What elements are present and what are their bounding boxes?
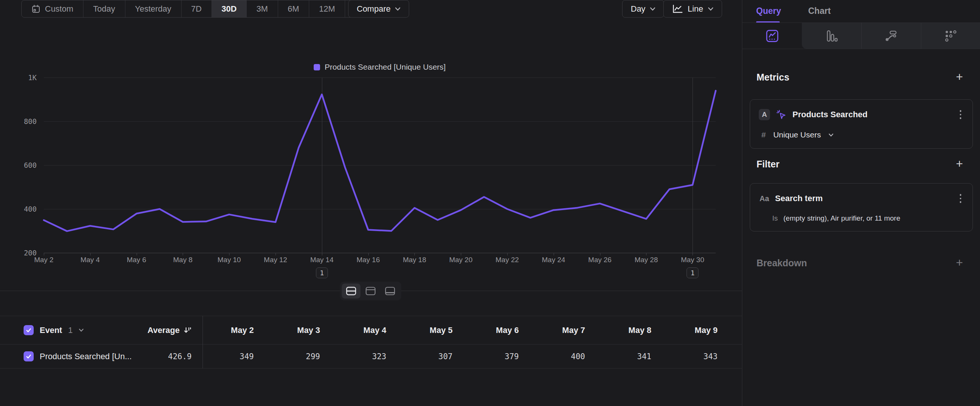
x-axis-tick: [275, 253, 276, 255]
chevron-down-icon: [395, 7, 401, 11]
x-axis-label: May 28: [624, 256, 668, 264]
filter-operator[interactable]: Is: [772, 214, 778, 223]
filter-card[interactable]: Aa Search term Is (empty string), Air pu…: [750, 183, 973, 231]
check-icon: [25, 353, 32, 360]
check-icon: [25, 327, 32, 333]
compare-button[interactable]: Compare: [348, 0, 409, 18]
granularity-button[interactable]: Day: [622, 0, 664, 18]
x-axis-tick: [44, 253, 44, 255]
range-today[interactable]: Today: [83, 0, 125, 17]
chart-style-button[interactable]: Line: [663, 0, 722, 18]
sort-descending-icon[interactable]: [183, 326, 192, 334]
aggregation-symbol: #: [761, 131, 766, 139]
top-panel-icon: [365, 287, 376, 296]
range-7d[interactable]: 7D: [181, 0, 212, 17]
range-yesterday[interactable]: Yesterday: [125, 0, 181, 17]
layout-top-button[interactable]: [361, 283, 380, 299]
chevron-down-icon: [79, 328, 84, 332]
bar-chart-icon: [826, 30, 838, 42]
table-cell-value: 379: [468, 352, 534, 361]
table-cell-value: 323: [335, 352, 401, 361]
row-series-name: Products Searched [Un...: [40, 352, 132, 361]
table-cell-value: 341: [600, 352, 666, 361]
table-date-header: May 9: [666, 325, 733, 335]
range-12m[interactable]: 12M: [309, 0, 345, 17]
filter-heading: Filter: [757, 159, 780, 170]
flows-icon: [885, 30, 897, 42]
x-axis-tick: [322, 253, 322, 255]
add-metric-button[interactable]: +: [954, 71, 965, 83]
x-axis-label: May 30: [670, 256, 715, 264]
chart-type-insights-tab[interactable]: [742, 23, 802, 49]
x-axis-tick: [600, 253, 600, 255]
event-count: 1: [68, 325, 73, 335]
filter-property-name: Search term: [775, 194, 823, 203]
x-axis-label: May 26: [578, 256, 622, 264]
x-axis-label: May 4: [68, 256, 113, 264]
x-axis-label: May 22: [485, 256, 530, 264]
filter-value[interactable]: (empty string), Air purifier, or 11 more: [783, 214, 900, 223]
string-type-icon: Aa: [759, 194, 769, 203]
annotation-chip[interactable]: 1: [316, 267, 328, 278]
x-axis-label: May 2: [21, 256, 66, 264]
compare-label: Compare: [357, 4, 390, 14]
table-date-header: May 7: [534, 325, 600, 335]
chart-type-flows-tab[interactable]: [861, 23, 921, 49]
x-axis-tick: [507, 253, 508, 255]
metric-card[interactable]: A Products Searched # Unique Users: [750, 99, 973, 149]
x-axis-label: May 12: [253, 256, 298, 264]
insights-icon: [766, 30, 779, 42]
calendar-icon: [32, 5, 40, 13]
table-date-header: May 5: [401, 325, 468, 335]
x-axis-tick: [554, 253, 554, 255]
range-30d[interactable]: 30D: [212, 0, 246, 17]
x-axis-label: May 10: [207, 256, 251, 264]
breakdown-heading: Breakdown: [757, 258, 807, 269]
series-letter-badge: A: [759, 109, 770, 120]
x-axis-tick: [692, 253, 693, 255]
chart-type-bar-tab[interactable]: [802, 23, 861, 49]
range-custom[interactable]: Custom: [22, 0, 83, 17]
filter-options-kebab-icon[interactable]: [957, 192, 964, 205]
chart-legend[interactable]: Products Searched [Unique Users]: [44, 62, 716, 72]
add-breakdown-button[interactable]: +: [954, 257, 965, 268]
x-axis-tick: [183, 253, 183, 255]
line-chart-icon: [672, 4, 683, 14]
tab-chart[interactable]: Chart: [808, 6, 830, 16]
chart-type-retention-tab[interactable]: [921, 23, 980, 49]
aggregation-dropdown[interactable]: [828, 133, 834, 137]
retention-icon: [945, 30, 957, 42]
annotation-chip[interactable]: 1: [687, 267, 698, 278]
range-3m[interactable]: 3M: [246, 0, 278, 17]
x-axis-label: May 14: [299, 256, 344, 264]
table-cell-value: 307: [401, 352, 468, 361]
event-column-label: Event: [40, 325, 62, 335]
metric-event-name: Products Searched: [792, 110, 868, 119]
range-6m[interactable]: 6M: [278, 0, 309, 17]
chart-style-label: Line: [688, 4, 703, 14]
aggregation-label: Unique Users: [773, 131, 821, 139]
metric-options-kebab-icon[interactable]: [957, 108, 964, 121]
tab-query[interactable]: Query: [756, 6, 781, 16]
chevron-down-icon: [650, 7, 655, 11]
table-date-header: May 8: [600, 325, 666, 335]
table-cell-value: 343: [666, 352, 733, 361]
table-bottom-border: [0, 368, 742, 369]
x-axis-tick: [90, 253, 91, 255]
x-axis-tick: [137, 253, 137, 255]
select-all-checkbox[interactable]: [24, 325, 34, 335]
date-range-control: CustomTodayYesterday7D30D3M6M12MXTD: [21, 0, 391, 18]
table-date-header: May 2: [202, 325, 269, 335]
layout-split-button[interactable]: [342, 283, 361, 299]
layout-toggle: [340, 282, 401, 300]
add-filter-button[interactable]: +: [954, 158, 965, 169]
row-checkbox[interactable]: [24, 351, 34, 361]
table-cell-value: 349: [202, 352, 269, 361]
table-row: Products Searched [Un... 426.9 349299323…: [0, 345, 742, 368]
layout-bottom-button[interactable]: [381, 283, 399, 299]
chevron-down-icon: [708, 7, 713, 11]
table-date-headers: May 2May 3May 4May 5May 6May 7May 8May 9: [202, 325, 733, 335]
event-dropdown[interactable]: [79, 328, 84, 332]
x-axis-label: May 24: [531, 256, 576, 264]
y-axis-label: 800: [0, 117, 37, 126]
